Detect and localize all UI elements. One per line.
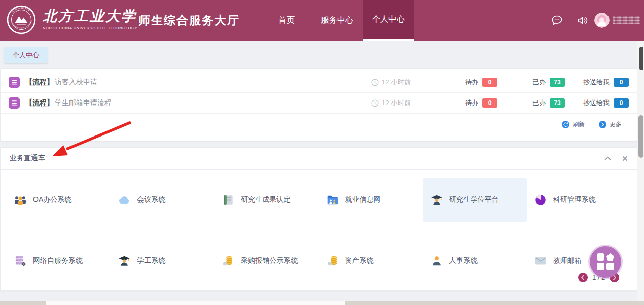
tasks-footer: 刷新 更多 (1, 114, 637, 129)
task-tag: 【流程】 (25, 78, 54, 87)
user-avatar[interactable] (594, 13, 610, 28)
portal-title: 师生综合服务大厅 (138, 13, 240, 28)
done-label: 已办 (532, 98, 546, 108)
task-title: 学生邮箱申请流程 (55, 98, 112, 108)
done-count-badge[interactable]: 73 (550, 78, 565, 87)
task-tag: 【流程】 (25, 98, 54, 108)
service-item-assets[interactable]: 资产系统 (319, 230, 423, 291)
service-label: 科研管理系统 (553, 195, 596, 205)
arrow-right-icon (599, 121, 606, 128)
close-icon[interactable] (622, 156, 628, 161)
services-grid: OA办公系统 会议系统 研究生成果认定 (1, 170, 637, 291)
service-label: 网络自服务系统 (33, 256, 83, 265)
nav-service-center[interactable]: 服务中心 (313, 0, 361, 41)
service-label: 教师邮箱 (553, 256, 582, 265)
apps-grid-icon (597, 253, 614, 270)
service-item-research-mgmt[interactable]: 科研管理系统 (527, 170, 631, 230)
service-label: 就业信息网 (345, 195, 381, 205)
folder-people-icon (326, 193, 339, 207)
person-icon (430, 254, 443, 267)
refresh-icon (562, 121, 569, 128)
service-label: 资产系统 (345, 256, 374, 265)
floating-apps-button[interactable] (590, 246, 621, 278)
service-label: 人事系统 (449, 256, 478, 265)
service-item-grad-degree[interactable]: 研究生学位平台 (423, 170, 527, 230)
svg-text:北方工业大学: 北方工业大学 (10, 6, 31, 13)
cc-label: 抄送给我 (583, 98, 610, 108)
university-name-zh: 北方工业大学 (43, 9, 137, 24)
service-label: 学工系统 (137, 256, 165, 265)
clock-icon (371, 99, 379, 107)
envelope-icon (534, 254, 547, 267)
speaker-icon[interactable] (576, 14, 589, 27)
nav-personal-center[interactable]: 个人中心 (363, 0, 414, 41)
app-header: 北方工业大学 NORTH CHINA UNIVERSITY OF TECHNOL… (0, 0, 644, 41)
chat-icon[interactable] (551, 14, 563, 27)
header-divider (129, 10, 129, 31)
graduate-icon (118, 254, 131, 267)
more-button[interactable]: 更多 (599, 120, 622, 129)
cc-count-badge[interactable]: 0 (614, 98, 629, 108)
avatar-image (594, 13, 610, 28)
university-name: 北方工业大学 NORTH CHINA UNIVERSITY OF TECHNOL… (43, 9, 137, 30)
service-label: 研究生学位平台 (449, 195, 499, 205)
server-gear-icon (14, 254, 27, 267)
task-row-visitor-application[interactable]: 【流程】 访客入校申请 12 小时前 待办 0 已办 73 抄送给我 0 (1, 72, 637, 93)
todo-label: 待办 (465, 78, 478, 87)
service-item-hr[interactable]: 人事系统 (423, 230, 527, 291)
service-label: 会议系统 (137, 195, 165, 205)
cc-count-badge[interactable]: 0 (614, 78, 629, 87)
services-header: 业务直通车 (1, 148, 637, 170)
list-doc-icon (9, 97, 20, 109)
coins-icon (222, 254, 235, 267)
task-row-student-mailbox[interactable]: 【流程】 学生邮箱申请流程 12 小时前 待办 0 已办 73 抄送给我 0 (1, 93, 637, 114)
breadcrumb-tab-personal-center[interactable]: 个人中心 (4, 47, 48, 63)
task-title: 访客入校申请 (55, 78, 97, 87)
ledger-icon (222, 193, 235, 207)
university-name-en: NORTH CHINA UNIVERSITY OF TECHNOLOGY (43, 26, 137, 30)
service-label: 采购报销公示系统 (241, 256, 298, 265)
horizontal-scrollbar (0, 301, 644, 305)
service-item-meeting[interactable]: 会议系统 (111, 170, 214, 230)
service-item-procurement[interactable]: 采购报销公示系统 (214, 230, 318, 291)
done-count-badge[interactable]: 73 (550, 98, 565, 108)
university-seal-logo[interactable]: 北方工业大学 NORTH CHINA UNIVERSITY OF TECHNOL… (7, 5, 36, 35)
service-item-employment[interactable]: 就业信息网 (319, 170, 423, 230)
user-name-redacted[interactable] (613, 16, 640, 24)
portal-page: 北方工业大学 NORTH CHINA UNIVERSITY OF TECHNOL… (0, 0, 644, 305)
task-time: 12 小时前 (382, 78, 411, 87)
cloud-icon (118, 193, 131, 207)
graduate-icon (430, 193, 443, 207)
todo-count-badge[interactable]: 0 (482, 98, 497, 108)
tasks-panel: 【流程】 访客入校申请 12 小时前 待办 0 已办 73 抄送给我 0 (0, 68, 637, 141)
more-label: 更多 (610, 120, 622, 129)
services-panel: 业务直通车 OA办公系统 会议系 (0, 147, 637, 291)
service-item-network-selfservice[interactable]: 网络自服务系统 (7, 230, 111, 291)
nav-home[interactable]: 首页 (268, 0, 305, 41)
services-title: 业务直通车 (10, 154, 45, 163)
vertical-scrollbar (637, 41, 644, 305)
vertical-scrollbar-thumb-dark[interactable] (639, 47, 643, 70)
coins-icon (326, 254, 339, 267)
clock-icon (371, 79, 379, 86)
pagination-prev-icon[interactable] (578, 273, 588, 282)
pie-icon (534, 193, 547, 207)
refresh-label: 刷新 (573, 120, 585, 129)
list-doc-icon (9, 77, 20, 88)
vertical-scrollbar-thumb-light[interactable] (638, 115, 643, 158)
task-time: 12 小时前 (382, 98, 411, 108)
service-item-oa[interactable]: OA办公系统 (7, 170, 111, 230)
collapse-icon[interactable] (604, 156, 611, 161)
refresh-button[interactable]: 刷新 (562, 120, 585, 129)
service-item-grad-achievement[interactable]: 研究生成果认定 (214, 170, 318, 230)
service-label: 研究生成果认定 (241, 195, 291, 205)
horizontal-scrollbar-thumb[interactable] (46, 301, 345, 305)
people-group-icon (14, 193, 27, 207)
service-item-student-affairs[interactable]: 学工系统 (111, 230, 214, 291)
todo-label: 待办 (465, 98, 478, 108)
cc-label: 抄送给我 (583, 78, 610, 87)
service-label: OA办公系统 (33, 195, 71, 205)
todo-count-badge[interactable]: 0 (482, 78, 497, 87)
done-label: 已办 (532, 78, 546, 87)
